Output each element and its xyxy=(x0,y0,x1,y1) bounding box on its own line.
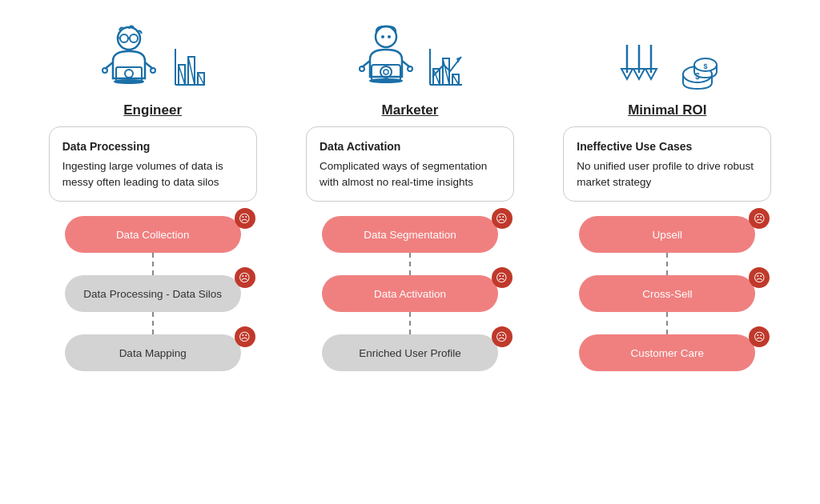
engineer-info-title: Data Processing xyxy=(62,138,243,154)
engineer-icon-area xyxy=(97,8,209,96)
connector-r1 xyxy=(666,312,668,334)
target-icon xyxy=(426,41,466,96)
connector-1 xyxy=(152,312,154,334)
svg-line-36 xyxy=(443,58,449,85)
column-engineer: Engineer Data Processing Ingesting large… xyxy=(33,8,273,371)
marketer-info-text: Complicated ways of segmentation with al… xyxy=(320,158,500,190)
connector-m0 xyxy=(409,253,411,275)
connector-0 xyxy=(152,253,154,275)
sad-icon-m1: ☹ xyxy=(492,267,512,288)
svg-line-17 xyxy=(188,57,195,85)
svg-point-26 xyxy=(384,70,388,74)
sad-icon-m0: ☹ xyxy=(492,208,512,229)
svg-point-10 xyxy=(102,68,107,73)
roi-flow: Upsell ☹ Cross-Sell ☹ Customer Care ☹ xyxy=(563,216,771,371)
marketer-flow: Data Segmentation ☹ Data Activation ☹ En… xyxy=(306,216,514,371)
column-roi: $ $ Minimal ROI Ineffective Use Cases No… xyxy=(547,8,787,371)
connector-r0 xyxy=(666,253,668,275)
flow-item-data-segmentation: Data Segmentation ☹ xyxy=(322,216,498,253)
svg-text:$: $ xyxy=(704,62,708,70)
engineer-info-box: Data Processing Ingesting large volumes … xyxy=(49,126,257,202)
engineer-info-text: Ingesting large volumes of data is messy… xyxy=(62,158,243,190)
sad-icon-r1: ☹ xyxy=(749,267,770,288)
connector-m1 xyxy=(409,312,411,334)
flow-item-wrapper-0: Data Collection ☹ xyxy=(49,216,257,253)
flow-item-customer-care: Customer Care ☹ xyxy=(579,334,755,371)
engineer-title: Engineer xyxy=(123,102,182,118)
marketer-icon-area xyxy=(354,8,466,96)
svg-line-15 xyxy=(179,65,185,85)
column-marketer: Marketer Data Activation Complicated way… xyxy=(290,8,530,371)
flow-item-data-processing: Data Processing - Data Silos ☹ xyxy=(65,275,241,312)
engineer-icon xyxy=(97,21,161,96)
coins-icon: $ $ xyxy=(675,41,723,96)
flow-item-data-mapping: Data Mapping ☹ xyxy=(65,334,241,371)
roi-flow-item-0: Upsell ☹ xyxy=(563,216,771,253)
marketer-title: Marketer xyxy=(382,102,439,118)
roi-info-box: Ineffective Use Cases No unified user pr… xyxy=(563,126,771,202)
flow-item-data-activation: Data Activation ☹ xyxy=(322,275,498,312)
down-arrows-icon xyxy=(611,41,667,96)
sad-icon-0: ☹ xyxy=(235,208,255,229)
flow-item-wrapper-2: Data Mapping ☹ xyxy=(49,334,257,371)
svg-point-11 xyxy=(151,68,155,73)
svg-point-20 xyxy=(376,26,396,47)
marketer-flow-item-2: Enriched User Profile ☹ xyxy=(306,334,514,371)
roi-title: Minimal ROI xyxy=(628,102,706,118)
svg-point-2 xyxy=(130,34,138,42)
main-container: Engineer Data Processing Ingesting large… xyxy=(0,0,820,371)
marketer-flow-item-1: Data Activation ☹ xyxy=(306,275,514,312)
svg-point-21 xyxy=(381,35,384,38)
roi-icon-area: $ $ xyxy=(611,8,723,96)
sad-icon-1: ☹ xyxy=(235,267,255,288)
roi-flow-item-2: Customer Care ☹ xyxy=(563,334,771,371)
sad-icon-2: ☹ xyxy=(235,326,255,347)
svg-line-19 xyxy=(198,73,204,85)
svg-point-1 xyxy=(120,34,128,42)
marketer-info-title: Data Activation xyxy=(320,138,500,154)
flow-item-data-collection: Data Collection ☹ xyxy=(65,216,241,253)
roi-flow-item-1: Cross-Sell ☹ xyxy=(563,275,771,312)
flow-item-cross-sell: Cross-Sell ☹ xyxy=(579,275,755,312)
bar-chart-icon xyxy=(169,41,209,96)
sad-icon-r2: ☹ xyxy=(749,326,770,347)
flow-item-enriched-profile: Enriched User Profile ☹ xyxy=(322,334,498,371)
marketer-info-box: Data Activation Complicated ways of segm… xyxy=(306,126,514,202)
engineer-flow: Data Collection ☹ Data Processing - Data… xyxy=(49,216,257,371)
svg-point-30 xyxy=(408,66,412,71)
sad-icon-m2: ☹ xyxy=(492,326,512,347)
roi-info-text: No unified user profile to drive robust … xyxy=(577,158,758,190)
svg-line-38 xyxy=(452,74,459,85)
roi-info-title: Ineffective Use Cases xyxy=(577,138,758,154)
flow-item-wrapper-1: Data Processing - Data Silos ☹ xyxy=(49,275,257,312)
marketer-icon xyxy=(354,21,418,96)
flow-item-upsell: Upsell ☹ xyxy=(579,216,755,253)
svg-point-29 xyxy=(360,66,364,71)
marketer-flow-item-0: Data Segmentation ☹ xyxy=(306,216,514,253)
svg-point-7 xyxy=(125,70,133,78)
svg-point-22 xyxy=(388,35,391,38)
sad-icon-r0: ☹ xyxy=(749,208,770,229)
